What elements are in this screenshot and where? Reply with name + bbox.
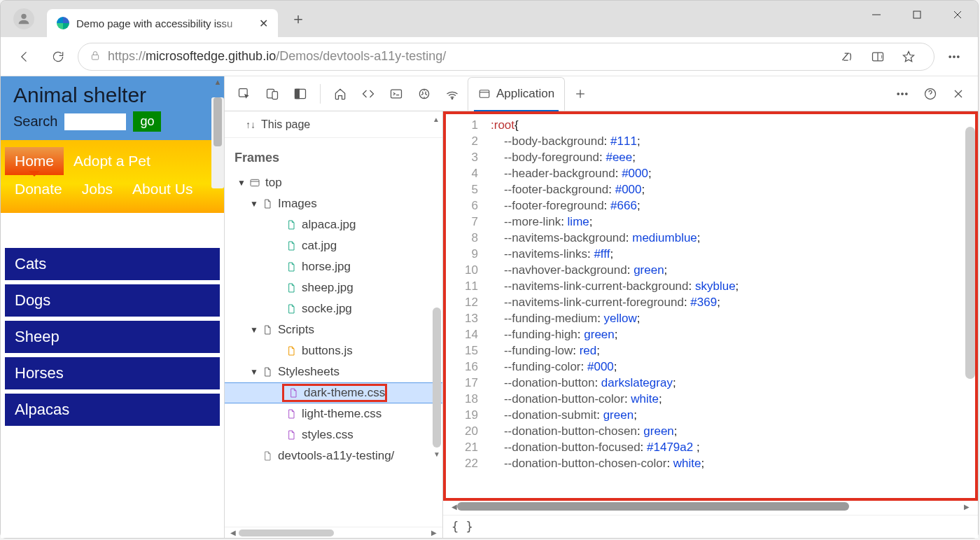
lock-icon bbox=[90, 50, 101, 64]
console-tab-icon[interactable] bbox=[384, 81, 409, 106]
tree-item-stylesheets[interactable]: ▼Stylesheets bbox=[225, 361, 442, 382]
url-text: https://microsoftedge.github.io/Demos/de… bbox=[108, 49, 819, 64]
maximize-button[interactable] bbox=[897, 1, 937, 29]
back-button[interactable] bbox=[10, 43, 38, 71]
svg-rect-2 bbox=[913, 11, 920, 18]
application-tab[interactable]: Application bbox=[468, 77, 565, 111]
read-aloud-icon[interactable] bbox=[833, 43, 861, 71]
elements-tab-icon[interactable] bbox=[356, 81, 381, 106]
source-viewer: 12345678910111213141516171819202122 :roo… bbox=[443, 111, 978, 538]
svg-rect-16 bbox=[391, 90, 402, 98]
edge-favicon bbox=[57, 17, 69, 29]
svg-point-25 bbox=[906, 92, 908, 95]
site-header: Animal shelter Search go bbox=[1, 76, 224, 140]
inspect-element-icon[interactable] bbox=[232, 81, 257, 106]
device-emulation-icon[interactable] bbox=[260, 81, 285, 106]
close-window-button[interactable] bbox=[937, 1, 978, 29]
svg-point-24 bbox=[902, 92, 904, 95]
category-link-alpacas[interactable]: Alpacas bbox=[5, 394, 220, 426]
site-title: Animal shelter bbox=[13, 83, 211, 107]
frames-vertical-scrollbar[interactable]: ▼ bbox=[433, 146, 441, 458]
tree-item-document[interactable]: devtools-a11y-testing/ bbox=[225, 445, 442, 466]
svg-rect-15 bbox=[295, 89, 300, 98]
svg-point-9 bbox=[953, 55, 955, 57]
nav-item-adopt-a-pet[interactable]: Adopt a Pet bbox=[64, 147, 160, 175]
svg-rect-5 bbox=[92, 55, 98, 60]
tree-item-dark-theme-css[interactable]: dark-theme.css bbox=[225, 382, 442, 403]
devtools-more-icon[interactable] bbox=[890, 81, 915, 106]
source-code-area[interactable]: 12345678910111213141516171819202122 :roo… bbox=[443, 111, 978, 501]
svg-point-8 bbox=[949, 55, 951, 57]
category-link-dogs[interactable]: Dogs bbox=[5, 284, 220, 317]
tree-item-alpaca-jpg[interactable]: alpaca.jpg bbox=[225, 214, 442, 235]
search-input[interactable] bbox=[64, 113, 126, 130]
tree-item-sheep-jpg[interactable]: sheep.jpg bbox=[225, 277, 442, 298]
tree-item-images[interactable]: ▼Images bbox=[225, 193, 442, 214]
tab-title: Demo page with accessibility issu bbox=[76, 18, 253, 29]
this-page-label: This page bbox=[261, 118, 310, 131]
reading-view-icon[interactable] bbox=[864, 43, 892, 71]
search-label: Search bbox=[13, 113, 57, 130]
frames-section-header: Frames bbox=[225, 146, 442, 172]
network-tab-icon[interactable] bbox=[440, 81, 465, 106]
address-bar[interactable]: https://microsoftedge.github.io/Demos/de… bbox=[78, 43, 934, 71]
favorite-icon[interactable] bbox=[895, 43, 923, 71]
devtools-close-icon[interactable] bbox=[946, 81, 971, 106]
category-link-cats[interactable]: Cats bbox=[5, 248, 220, 280]
svg-rect-13 bbox=[272, 91, 278, 99]
svg-point-10 bbox=[958, 55, 960, 57]
minimize-button[interactable] bbox=[856, 1, 897, 29]
tree-item-styles-css[interactable]: styles.css bbox=[225, 424, 442, 445]
titlebar: Demo page with accessibility issu ✕ ＋ bbox=[1, 1, 978, 37]
application-tab-label: Application bbox=[496, 87, 554, 101]
browser-toolbar: https://microsoftedge.github.io/Demos/de… bbox=[1, 37, 978, 76]
svg-point-23 bbox=[897, 92, 899, 95]
svg-point-18 bbox=[451, 97, 453, 99]
tree-item-socke-jpg[interactable]: socke.jpg bbox=[225, 298, 442, 319]
more-button[interactable] bbox=[940, 43, 968, 71]
category-nav: CatsDogsSheepHorsesAlpacas bbox=[1, 213, 224, 426]
tree-item-cat-jpg[interactable]: cat.jpg bbox=[225, 235, 442, 256]
svg-point-0 bbox=[21, 14, 26, 19]
browser-tab[interactable]: Demo page with accessibility issu ✕ bbox=[47, 9, 278, 37]
devtools-toolbar: Application bbox=[225, 76, 978, 111]
profile-avatar[interactable] bbox=[13, 8, 34, 29]
nav-item-jobs[interactable]: Jobs bbox=[72, 175, 122, 203]
refresh-button[interactable] bbox=[44, 43, 72, 71]
dock-side-icon[interactable] bbox=[288, 81, 313, 106]
tree-item-top[interactable]: ▼top bbox=[225, 172, 442, 193]
nav-item-about-us[interactable]: About Us bbox=[122, 175, 202, 203]
code-footer: { } bbox=[443, 515, 978, 538]
page-scrollbar[interactable]: ▲ bbox=[211, 76, 224, 188]
category-link-sheep[interactable]: Sheep bbox=[5, 321, 220, 353]
rendered-page: ▲ Animal shelter Search go HomeAdopt a P… bbox=[1, 76, 224, 538]
tab-close-icon[interactable]: ✕ bbox=[259, 17, 268, 30]
tree-item-light-theme-css[interactable]: light-theme.css bbox=[225, 403, 442, 424]
tree-item-horse-jpg[interactable]: horse.jpg bbox=[225, 256, 442, 277]
welcome-tab-icon[interactable] bbox=[328, 81, 353, 106]
category-link-horses[interactable]: Horses bbox=[5, 357, 220, 389]
tree-item-buttons-js[interactable]: buttons.js bbox=[225, 340, 442, 361]
code-vertical-scrollbar[interactable] bbox=[965, 114, 975, 498]
svg-rect-29 bbox=[251, 179, 259, 186]
application-sidebar: ↑↓ This page ▲ Frames ▼top▼Imagesalpaca.… bbox=[225, 111, 443, 538]
sort-icon[interactable]: ↑↓ bbox=[246, 119, 255, 130]
search-go-button[interactable]: go bbox=[133, 111, 161, 132]
devtools-panel: Application ↑↓ This page ▲ bbox=[224, 76, 978, 538]
help-icon[interactable] bbox=[918, 81, 943, 106]
scroll-up-arrow[interactable]: ▲ bbox=[433, 116, 440, 123]
sources-tab-icon[interactable] bbox=[412, 81, 437, 106]
new-tab-button[interactable]: ＋ bbox=[288, 6, 309, 32]
code-horizontal-scrollbar[interactable]: ◀ ▶ bbox=[446, 501, 975, 512]
nav-item-home[interactable]: Home bbox=[5, 147, 64, 175]
frames-horizontal-scrollbar[interactable]: ◀▶ bbox=[225, 527, 442, 538]
main-nav: HomeAdopt a PetDonateJobsAbout Us bbox=[1, 140, 224, 213]
more-tabs-button[interactable] bbox=[568, 81, 593, 106]
svg-rect-19 bbox=[479, 90, 489, 98]
tree-item-scripts[interactable]: ▼Scripts bbox=[225, 319, 442, 340]
